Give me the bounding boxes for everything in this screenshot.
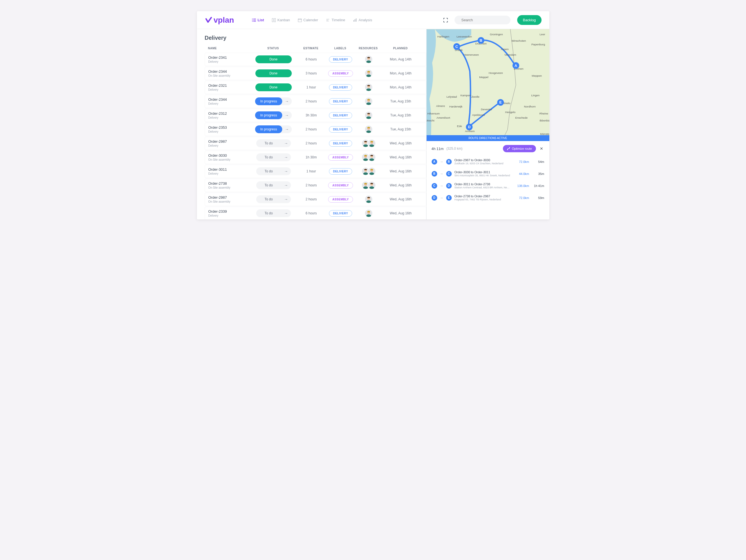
order-name-cell: Order-2987 Delivery — [205, 139, 250, 147]
arrow-right-icon[interactable]: → — [282, 99, 292, 104]
map-pin-b[interactable]: B — [478, 37, 484, 44]
close-icon[interactable]: ✕ — [539, 146, 544, 151]
leg-info: Order-2987 to Order-3030 Zuidkade 19, 92… — [455, 159, 511, 165]
arrow-right-icon[interactable]: → — [281, 183, 291, 188]
svg-text:Deventer: Deventer — [481, 108, 492, 111]
label-badge[interactable]: DELIVERY — [329, 84, 352, 91]
status-todo[interactable]: To do→ — [256, 195, 291, 203]
svg-text:Ede: Ede — [457, 124, 462, 128]
search-input[interactable] — [461, 18, 508, 22]
fullscreen-icon[interactable] — [443, 18, 448, 22]
table-row[interactable]: Order-3030 On-Site assembly To do→ 1h 30… — [205, 150, 426, 164]
table-row[interactable]: Order-2738 On-Site assembly To do→ 2 hou… — [205, 178, 426, 192]
status-done[interactable]: Done — [255, 83, 292, 91]
table-row[interactable]: Order-2344 On-Site assembly Done 3 hours… — [205, 66, 426, 80]
status-cell: In progress→ — [250, 125, 297, 133]
route-leg[interactable]: B → C Order-3030 to Order-3011 Sint Anto… — [432, 168, 544, 180]
arrow-right-icon[interactable]: → — [281, 211, 291, 216]
label-cell: DELIVERY — [325, 56, 356, 63]
label-badge[interactable]: DELIVERY — [329, 210, 352, 217]
backlog-button[interactable]: Backlog — [517, 15, 541, 25]
order-name: Order-2339 — [208, 209, 250, 214]
arrow-right-icon: → — [440, 196, 443, 200]
label-badge[interactable]: ASSEMBLY — [328, 182, 353, 189]
status-todo[interactable]: To do→ — [256, 153, 291, 161]
tab-calendar[interactable]: Calender — [298, 18, 318, 22]
order-name: Order-2344 — [208, 69, 250, 74]
status-in-progress[interactable]: In progress→ — [255, 97, 291, 105]
label-badge[interactable]: DELIVERY — [329, 168, 352, 175]
map[interactable]: Harlingen Leeuwarden Groningen Drachten … — [427, 29, 549, 141]
order-name: Order-2341 — [208, 55, 250, 60]
map-pin-a[interactable]: A — [512, 62, 519, 69]
label-badge[interactable]: DELIVERY — [329, 140, 352, 147]
avatar[interactable] — [368, 167, 376, 175]
table-row[interactable]: Order-3011 Delivery To do→ 1 hour DELIVE… — [205, 165, 426, 178]
map-pin-e[interactable]: E — [497, 99, 504, 106]
status-in-progress[interactable]: In progress→ — [255, 111, 291, 119]
avatar[interactable] — [365, 55, 373, 63]
label-badge[interactable]: ASSEMBLY — [328, 70, 353, 77]
arrow-right-icon[interactable]: → — [281, 141, 291, 145]
col-labels: LABELS — [325, 47, 356, 50]
avatar[interactable] — [365, 195, 373, 203]
table-row[interactable]: Order-2344 Delivery In progress→ 2 hours… — [205, 94, 426, 108]
order-name-cell: Order-2321 Delivery — [205, 83, 250, 91]
order-name: Order-2738 — [208, 181, 250, 186]
avatar[interactable] — [368, 181, 376, 190]
table-row[interactable]: Order-2987 Delivery To do→ 2 hours DELIV… — [205, 137, 426, 150]
label-badge[interactable]: ASSEMBLY — [328, 196, 353, 203]
avatar[interactable] — [365, 125, 373, 134]
route-leg[interactable]: C → D Order-3011 to Order-2738 Station A… — [432, 180, 544, 192]
label-badge[interactable]: DELIVERY — [329, 56, 352, 63]
arrow-right-icon[interactable]: → — [282, 127, 292, 132]
arrow-right-icon[interactable]: → — [282, 113, 292, 117]
search-box[interactable] — [455, 16, 511, 24]
status-todo[interactable]: To do→ — [256, 209, 291, 217]
status-todo[interactable]: To do→ — [256, 181, 291, 189]
table-row[interactable]: Order-2312 Delivery In progress→ 3h 30m … — [205, 109, 426, 122]
table-row[interactable]: Order-2341 Delivery Done 6 hours DELIVER… — [205, 53, 426, 66]
avatar[interactable] — [368, 139, 376, 147]
order-name-cell: Order-2353 Delivery — [205, 125, 250, 133]
optimize-route-button[interactable]: Optimize route — [503, 145, 536, 152]
avatar[interactable] — [368, 153, 376, 162]
planned-cell: Wed, Aug 16th — [381, 155, 421, 159]
table-row[interactable]: Order-2339 Delivery To do→ 6 hours DELIV… — [205, 206, 426, 219]
label-badge[interactable]: ASSEMBLY — [328, 154, 353, 161]
avatar[interactable] — [365, 111, 373, 119]
avatar[interactable] — [365, 69, 373, 78]
route-leg[interactable]: D → E Order-2738 to Order-2987 Hogepad 8… — [432, 192, 544, 204]
table-row[interactable]: Order-2353 Delivery In progress→ 2 hours… — [205, 122, 426, 136]
avatar[interactable] — [365, 83, 373, 91]
status-todo[interactable]: To do→ — [256, 139, 291, 147]
map-pin-c[interactable]: C — [453, 43, 460, 50]
svg-rect-8 — [298, 19, 301, 22]
arrow-right-icon[interactable]: → — [281, 197, 291, 201]
status-done[interactable]: Done — [255, 55, 292, 63]
table-row[interactable]: Order-2321 Delivery Done 1 hour DELIVERY… — [205, 81, 426, 94]
avatar[interactable] — [365, 97, 373, 106]
label-badge[interactable]: DELIVERY — [329, 98, 352, 105]
tab-kanban[interactable]: Kanban — [272, 18, 290, 22]
avatar[interactable] — [365, 209, 373, 218]
tab-timeline[interactable]: Timeline — [326, 18, 345, 22]
table-rows[interactable]: Order-2341 Delivery Done 6 hours DELIVER… — [205, 53, 426, 219]
label-badge[interactable]: DELIVERY — [329, 126, 352, 133]
table-row[interactable]: Order-2987 On-Site assembly To do→ 2 hou… — [205, 193, 426, 206]
svg-text:A: A — [514, 63, 517, 68]
tab-analysis[interactable]: Analysis — [353, 18, 372, 22]
status-done[interactable]: Done — [255, 69, 292, 77]
route-directions: 4h 11m (325.0 km) Optimize route ✕ A → B… — [427, 141, 549, 208]
arrow-right-icon[interactable]: → — [281, 155, 291, 160]
status-todo[interactable]: To do→ — [256, 167, 291, 175]
tab-list[interactable]: List — [252, 18, 264, 22]
route-leg[interactable]: A → B Order-2987 to Order-3030 Zuidkade … — [432, 156, 544, 168]
status-in-progress[interactable]: In progress→ — [255, 125, 291, 133]
leg-title: Order-2738 to Order-2987 — [455, 195, 511, 198]
label-badge[interactable]: DELIVERY — [329, 112, 352, 119]
resources-cell — [356, 167, 381, 175]
arrow-right-icon[interactable]: → — [281, 169, 291, 173]
map-pin-d[interactable]: D — [466, 124, 472, 131]
svg-rect-15 — [353, 20, 354, 22]
